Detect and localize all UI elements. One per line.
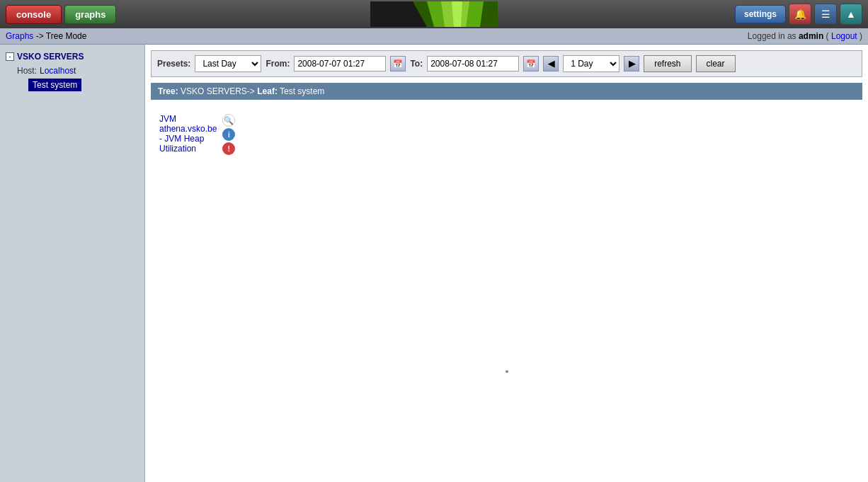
small-dot bbox=[506, 370, 508, 373]
tree-path: VSKO SERVERS-> bbox=[181, 86, 255, 96]
login-status: Logged in as admin ( Logout ) bbox=[748, 31, 862, 41]
tree-root-item[interactable]: - VSKO SERVERS bbox=[3, 50, 142, 63]
refresh-button[interactable]: refresh bbox=[644, 55, 691, 72]
sidebar: - VSKO SERVERS Host: Localhost Test syst… bbox=[0, 45, 145, 482]
right-action-buttons: settings 🔔 ☰ ▲ bbox=[735, 4, 862, 25]
chart-icon: ▲ bbox=[846, 8, 856, 20]
presets-label: Presets: bbox=[157, 59, 190, 69]
tree-child-section: Host: Localhost Test system bbox=[14, 63, 142, 93]
tree-path-header: Tree: VSKO SERVERS-> Leaf: Test system bbox=[151, 83, 862, 100]
tree-leaf-item[interactable]: Test system bbox=[28, 79, 81, 91]
to-calendar-button[interactable]: 📅 bbox=[523, 56, 539, 71]
chart-icon-button[interactable]: ▲ bbox=[840, 4, 862, 25]
console-button[interactable]: console bbox=[6, 5, 62, 24]
calendar-icon-2: 📅 bbox=[526, 59, 536, 69]
alert-graph-icon-button[interactable]: ! bbox=[222, 142, 235, 155]
info-icon-button[interactable]: i bbox=[222, 128, 235, 141]
graphs-breadcrumb-link[interactable]: Graphs bbox=[6, 31, 33, 41]
graph-item: JVM athena.vsko.be - JVM Heap Utilizatio… bbox=[156, 111, 857, 158]
presets-select[interactable]: Last Day Last Week Last Month Last Year bbox=[195, 55, 261, 72]
breadcrumb-bar: Graphs -> Tree Mode Logged in as admin (… bbox=[0, 28, 868, 45]
graph-title-line2: athena.vsko.be bbox=[159, 124, 217, 134]
graph-title-line3: - JVM Heap bbox=[159, 134, 204, 144]
logout-link[interactable]: Logout bbox=[831, 31, 857, 41]
leaf-label: Leaf: bbox=[257, 86, 278, 96]
next-period-button[interactable]: ▶ bbox=[624, 56, 639, 71]
graph-item-link[interactable]: JVM athena.vsko.be - JVM Heap Utilizatio… bbox=[159, 114, 217, 154]
from-datetime-input[interactable] bbox=[294, 56, 386, 71]
from-calendar-button[interactable]: 📅 bbox=[390, 56, 406, 71]
info-icon: i bbox=[228, 131, 230, 139]
username-label: admin bbox=[799, 31, 823, 41]
left-arrow-icon: ◀ bbox=[548, 59, 554, 69]
host-line: Host: Localhost bbox=[17, 64, 139, 77]
right-arrow-icon: ▶ bbox=[629, 59, 635, 69]
alert-icon: 🔔 bbox=[794, 8, 806, 20]
breadcrumb-arrow: -> bbox=[36, 31, 46, 41]
small-dot-area bbox=[156, 370, 857, 373]
leaf-value: Test system bbox=[280, 86, 324, 96]
top-navigation-bar: console graphs settings 🔔 ☰ ▲ bbox=[0, 0, 868, 28]
prev-period-button[interactable]: ◀ bbox=[543, 56, 559, 71]
graph-title-line1: JVM bbox=[159, 114, 176, 124]
main-layout: - VSKO SERVERS Host: Localhost Test syst… bbox=[0, 45, 868, 482]
tree-expand-icon[interactable]: - bbox=[6, 52, 14, 61]
period-select[interactable]: 1 Day 1 Week 1 Month bbox=[563, 55, 619, 72]
clear-button[interactable]: clear bbox=[696, 55, 736, 72]
breadcrumb: Graphs -> Tree Mode bbox=[6, 31, 86, 41]
to-label: To: bbox=[410, 59, 423, 69]
host-value-link[interactable]: Localhost bbox=[40, 66, 76, 76]
settings-button[interactable]: settings bbox=[735, 5, 786, 23]
to-datetime-input[interactable] bbox=[427, 56, 519, 71]
breadcrumb-current: Tree Mode bbox=[46, 31, 87, 41]
menu-icon: ☰ bbox=[821, 8, 830, 20]
graphs-button[interactable]: graphs bbox=[64, 5, 116, 24]
tree-root-label: VSKO SERVERS bbox=[17, 52, 84, 62]
alert-icon-button[interactable]: 🔔 bbox=[789, 4, 811, 25]
host-label: Host: bbox=[17, 66, 37, 76]
content-area: Presets: Last Day Last Week Last Month L… bbox=[145, 45, 868, 482]
toolbar: Presets: Last Day Last Week Last Month L… bbox=[151, 50, 862, 77]
zoom-icon-button[interactable]: 🔍 bbox=[222, 114, 235, 127]
alert-graph-icon: ! bbox=[228, 144, 231, 153]
graph-action-icons: 🔍 i ! bbox=[222, 114, 235, 155]
graph-item-text: JVM athena.vsko.be - JVM Heap Utilizatio… bbox=[159, 114, 217, 154]
graph-title-line4: Utilization bbox=[159, 144, 196, 154]
zoom-icon: 🔍 bbox=[224, 116, 234, 125]
logo-banner bbox=[370, 1, 498, 27]
menu-icon-button[interactable]: ☰ bbox=[814, 4, 837, 25]
from-label: From: bbox=[265, 59, 290, 69]
graph-area: JVM athena.vsko.be - JVM Heap Utilizatio… bbox=[151, 105, 862, 379]
calendar-icon: 📅 bbox=[393, 59, 403, 69]
tree-label: Tree: bbox=[158, 86, 178, 96]
